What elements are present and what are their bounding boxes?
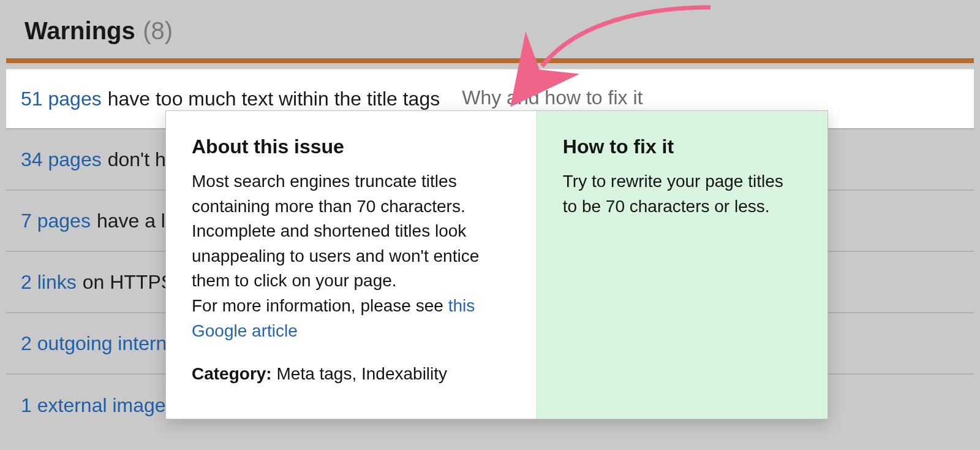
about-body: Most search engines truncate titles cont…: [192, 169, 511, 294]
issue-count-link[interactable]: 2 links: [21, 271, 77, 294]
category-label: Category:: [192, 364, 272, 383]
issue-text: on HTTPS: [83, 271, 174, 294]
issue-count-link[interactable]: 34 pages: [21, 148, 102, 171]
about-title: About this issue: [192, 135, 511, 158]
issue-count-link[interactable]: 51 pages: [21, 88, 102, 110]
about-more-prefix: For more information, please see: [192, 296, 448, 315]
fix-body: Try to rewrite your page titles to be 70…: [563, 169, 802, 219]
warnings-panel: Warnings (8) 51 pages have too much text…: [0, 0, 980, 450]
issue-count-link[interactable]: 1 external image: [21, 394, 166, 417]
about-category: Category: Meta tags, Indexability: [192, 362, 511, 387]
why-and-how-link[interactable]: Why and how to fix it: [462, 86, 643, 112]
about-body-more: For more information, please see this Go…: [192, 294, 511, 343]
warnings-accent-bar: [6, 58, 974, 63]
popover-fix: How to fix it Try to rewrite your page t…: [537, 111, 827, 419]
fix-title: How to fix it: [563, 135, 802, 158]
issue-text: have a lo: [97, 210, 176, 232]
warnings-title: Warnings: [24, 17, 135, 44]
issue-count-link[interactable]: 7 pages: [21, 210, 91, 232]
issue-text: don't h: [108, 148, 166, 171]
issue-count-link[interactable]: 2 outgoing intern: [21, 332, 167, 355]
warnings-count: (8): [143, 17, 173, 44]
issue-text: have too much text within the title tags: [108, 88, 440, 110]
category-value: Meta tags, Indexability: [276, 364, 447, 383]
issue-details-popover: About this issue Most search engines tru…: [165, 110, 828, 419]
popover-about: About this issue Most search engines tru…: [166, 111, 537, 419]
warnings-header: Warnings (8): [0, 0, 980, 55]
